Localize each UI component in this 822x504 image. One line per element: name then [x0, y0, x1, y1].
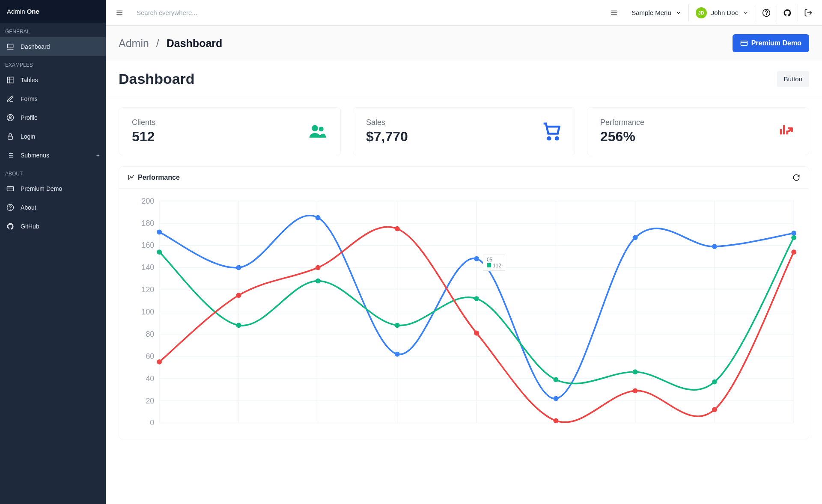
github-icon[interactable]: [777, 0, 798, 25]
finance-icon: [128, 174, 134, 181]
page-title: Dashboard: [119, 71, 195, 87]
svg-point-78: [553, 377, 558, 382]
menu-toggle-icon[interactable]: [109, 0, 130, 25]
sidebar: Admin One GENERALDashboardEXAMPLESTables…: [0, 0, 106, 504]
sidebar-item-submenus[interactable]: Submenus+: [0, 146, 106, 165]
help-icon: [6, 203, 15, 212]
chart-title: Performance: [128, 174, 180, 181]
svg-text:200: 200: [142, 197, 155, 205]
sidebar-item-premium-demo[interactable]: Premium Demo: [0, 179, 106, 198]
cart-icon: [541, 121, 562, 142]
svg-point-70: [633, 235, 638, 240]
sidebar-item-label: GitHub: [21, 223, 39, 230]
user-menu[interactable]: JD John Doe: [689, 0, 756, 25]
breadcrumb: Admin / Dashboard: [119, 37, 222, 50]
svg-text:60: 60: [146, 352, 154, 361]
svg-point-64: [157, 230, 162, 235]
sidebar-item-label: Dashboard: [21, 43, 50, 50]
edit-icon: [6, 95, 15, 103]
svg-point-69: [553, 396, 558, 401]
search-input[interactable]: [137, 9, 596, 16]
sidebar-item-label: Forms: [21, 95, 38, 102]
performance-chart: 020406080100120140160180200: [128, 195, 800, 436]
sidebar-item-login[interactable]: Login: [0, 127, 106, 146]
card-label: Sales: [366, 118, 408, 127]
svg-point-79: [633, 369, 638, 374]
avatar: JD: [696, 7, 707, 18]
svg-point-80: [712, 379, 717, 385]
svg-point-75: [316, 279, 321, 284]
svg-point-32: [556, 137, 558, 140]
sidebar-item-about[interactable]: About: [0, 198, 106, 217]
sidebar-item-tables[interactable]: Tables: [0, 71, 106, 89]
sidebar-item-github[interactable]: GitHub: [0, 217, 106, 236]
breadcrumb-root[interactable]: Admin: [119, 37, 149, 49]
premium-demo-button[interactable]: Premium Demo: [733, 34, 809, 52]
github-icon: [6, 222, 15, 231]
svg-text:140: 140: [142, 263, 155, 272]
hamburger-icon[interactable]: [603, 0, 625, 25]
sidebar-item-forms[interactable]: Forms: [0, 89, 106, 108]
svg-text:80: 80: [146, 330, 154, 338]
svg-point-65: [236, 265, 241, 270]
svg-rect-0: [7, 44, 13, 48]
svg-text:160: 160: [142, 241, 155, 249]
svg-point-81: [791, 235, 796, 240]
svg-point-31: [548, 137, 551, 140]
chevron-down-icon: [743, 10, 749, 16]
sample-menu-label: Sample Menu: [631, 9, 671, 16]
logo: Admin One: [0, 0, 106, 23]
svg-text:40: 40: [146, 374, 154, 383]
search-container: [130, 9, 603, 17]
sidebar-item-label: Login: [21, 133, 35, 140]
sample-menu-dropdown[interactable]: Sample Menu: [625, 0, 688, 25]
chevron-down-icon: [676, 10, 682, 16]
svg-rect-2: [7, 77, 13, 83]
sidebar-item-dashboard[interactable]: Dashboard: [0, 37, 106, 56]
monitor-icon: [6, 42, 15, 51]
reload-icon[interactable]: [792, 174, 800, 181]
svg-point-6: [9, 116, 12, 118]
lock-icon: [6, 132, 15, 141]
svg-point-72: [791, 231, 796, 236]
svg-point-87: [553, 418, 558, 423]
stat-card-clients: Clients512: [119, 107, 341, 155]
svg-text:20: 20: [146, 397, 154, 405]
svg-text:180: 180: [142, 219, 155, 228]
svg-text:100: 100: [142, 308, 155, 316]
svg-text:0: 0: [150, 418, 154, 427]
svg-point-89: [712, 407, 717, 412]
stat-card-sales: Sales$7,770: [353, 107, 575, 155]
svg-text:120: 120: [142, 285, 155, 294]
sidebar-item-label: Submenus: [21, 152, 49, 159]
list-icon: [6, 151, 15, 160]
svg-rect-27: [741, 41, 747, 46]
svg-point-73: [157, 249, 162, 255]
logout-icon[interactable]: [798, 0, 819, 25]
sidebar-section-label: EXAMPLES: [0, 56, 106, 71]
sidebar-item-label: About: [21, 204, 36, 211]
sidebar-item-label: Premium Demo: [21, 185, 62, 192]
card-icon: [6, 184, 15, 193]
trend-icon: [775, 121, 796, 142]
user-name: John Doe: [711, 9, 739, 16]
svg-point-86: [474, 331, 479, 336]
sidebar-item-profile[interactable]: Profile: [0, 108, 106, 127]
button[interactable]: Button: [777, 71, 809, 87]
performance-chart-card: Performance 020406080100120140160180200 …: [119, 166, 809, 439]
card-label: Performance: [600, 118, 644, 127]
table-icon: [6, 76, 15, 84]
breadcrumb-bar: Admin / Dashboard Premium Demo: [106, 26, 822, 61]
svg-point-30: [319, 127, 324, 131]
svg-point-67: [395, 352, 400, 357]
svg-rect-14: [7, 187, 14, 191]
card-icon: [740, 39, 748, 47]
card-value: 256%: [600, 129, 644, 145]
card-value: $7,770: [366, 129, 408, 145]
svg-point-29: [312, 125, 318, 131]
svg-point-66: [316, 215, 321, 220]
plus-icon: +: [96, 152, 100, 159]
help-icon[interactable]: [756, 0, 777, 25]
svg-point-90: [791, 249, 796, 255]
svg-point-25: [766, 14, 767, 15]
